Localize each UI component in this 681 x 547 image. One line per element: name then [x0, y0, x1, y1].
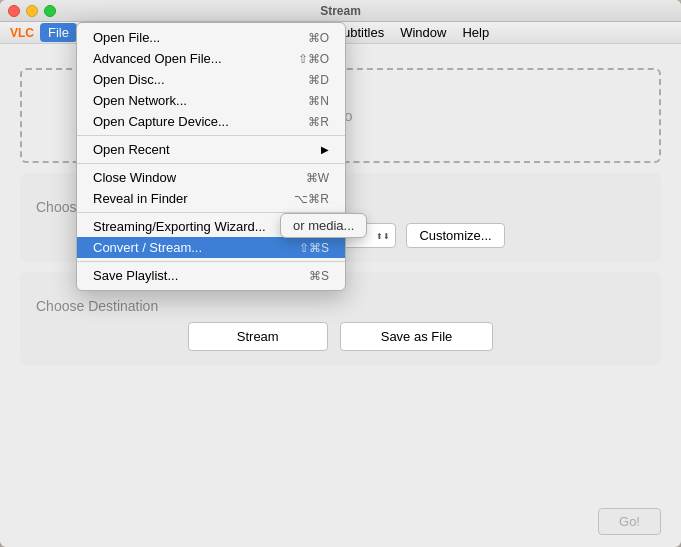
window-label: Window — [400, 25, 446, 40]
open-file-label: Open File... — [93, 30, 160, 45]
file-dropdown: Open File... ⌘O Advanced Open File... ⇧⌘… — [76, 22, 346, 291]
destination-header: Choose Destination — [36, 298, 645, 314]
separator-1 — [77, 135, 345, 136]
vlc-menu[interactable]: VLC — [4, 24, 40, 42]
or-media-label: or media... — [293, 218, 354, 233]
reveal-finder-shortcut: ⌥⌘R — [294, 192, 329, 206]
close-button[interactable] — [8, 5, 20, 17]
file-label: File — [48, 25, 69, 40]
open-recent-arrow: ▶ — [321, 144, 329, 155]
vlc-label: VLC — [10, 26, 34, 40]
separator-4 — [77, 261, 345, 262]
customize-button[interactable]: Customize... — [406, 223, 504, 248]
open-capture-shortcut: ⌘R — [308, 115, 329, 129]
traffic-lights — [8, 5, 56, 17]
stream-button[interactable]: Stream — [188, 322, 328, 351]
reveal-finder-label: Reveal in Finder — [93, 191, 188, 206]
save-playlist-label: Save Playlist... — [93, 268, 178, 283]
menu-convert-stream[interactable]: Convert / Stream... ⇧⌘S — [77, 237, 345, 258]
advanced-open-label: Advanced Open File... — [93, 51, 222, 66]
maximize-button[interactable] — [44, 5, 56, 17]
save-playlist-shortcut: ⌘S — [309, 269, 329, 283]
separator-2 — [77, 163, 345, 164]
open-recent-label: Open Recent — [93, 142, 170, 157]
open-file-shortcut: ⌘O — [308, 31, 329, 45]
streaming-wizard-label: Streaming/Exporting Wizard... — [93, 219, 266, 234]
menu-open-network[interactable]: Open Network... ⌘N — [77, 90, 345, 111]
footer: Go! — [598, 508, 661, 535]
menu-open-disc[interactable]: Open Disc... ⌘D — [77, 69, 345, 90]
open-disc-label: Open Disc... — [93, 72, 165, 87]
open-network-label: Open Network... — [93, 93, 187, 108]
close-window-shortcut: ⌘W — [306, 171, 329, 185]
close-window-label: Close Window — [93, 170, 176, 185]
or-media-popup: or media... — [280, 213, 367, 238]
titlebar: Stream — [0, 0, 681, 22]
minimize-button[interactable] — [26, 5, 38, 17]
file-menu[interactable]: File — [40, 23, 77, 42]
menu-close-window[interactable]: Close Window ⌘W — [77, 167, 345, 188]
help-menu[interactable]: Help — [454, 23, 497, 42]
go-button[interactable]: Go! — [598, 508, 661, 535]
menu-advanced-open[interactable]: Advanced Open File... ⇧⌘O — [77, 48, 345, 69]
menu-open-capture[interactable]: Open Capture Device... ⌘R — [77, 111, 345, 132]
convert-stream-label: Convert / Stream... — [93, 240, 202, 255]
help-label: Help — [462, 25, 489, 40]
open-network-shortcut: ⌘N — [308, 94, 329, 108]
convert-stream-shortcut: ⇧⌘S — [299, 241, 329, 255]
main-window: Stream VLC File Edit View Playback Audio… — [0, 0, 681, 547]
menu-reveal-finder[interactable]: Reveal in Finder ⌥⌘R — [77, 188, 345, 209]
menu-open-recent[interactable]: Open Recent ▶ — [77, 139, 345, 160]
window-menu[interactable]: Window — [392, 23, 454, 42]
menu-save-playlist[interactable]: Save Playlist... ⌘S — [77, 265, 345, 286]
window-title: Stream — [320, 4, 361, 18]
open-capture-label: Open Capture Device... — [93, 114, 229, 129]
advanced-open-shortcut: ⇧⌘O — [298, 52, 329, 66]
destination-buttons: Stream Save as File — [36, 322, 645, 351]
save-as-file-button[interactable]: Save as File — [340, 322, 494, 351]
open-disc-shortcut: ⌘D — [308, 73, 329, 87]
menu-open-file[interactable]: Open File... ⌘O — [77, 27, 345, 48]
